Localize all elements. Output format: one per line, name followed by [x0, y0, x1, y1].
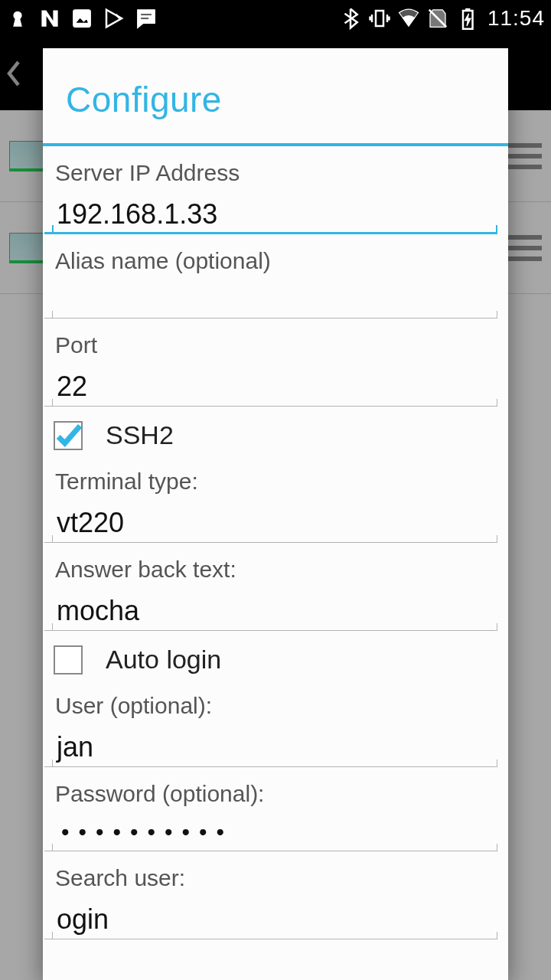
terminal-type-input[interactable]: vt220: [44, 498, 497, 543]
battery-charging-icon: [455, 7, 478, 30]
ssh2-checkbox[interactable]: [54, 421, 83, 450]
svg-rect-7: [466, 9, 470, 11]
alias-label: Alias name (optional): [44, 237, 497, 277]
port-input[interactable]: 22: [44, 361, 497, 407]
user-label: User (optional):: [44, 682, 497, 722]
alias-input[interactable]: [44, 277, 497, 318]
message-icon: [135, 7, 158, 30]
svg-rect-4: [376, 11, 383, 26]
ssh2-row[interactable]: SSH2: [44, 410, 497, 458]
configure-dialog: Configure Server IP Address 192.168.1.33…: [43, 48, 508, 980]
keyhole-icon: [6, 7, 29, 30]
n-icon: [38, 7, 61, 30]
svg-rect-2: [141, 14, 152, 16]
search-user-label: Search user:: [44, 854, 497, 894]
status-right: 11:54: [339, 6, 545, 31]
dialog-body[interactable]: Server IP Address 192.168.1.33 Alias nam…: [43, 146, 508, 980]
auto-login-row[interactable]: Auto login: [44, 634, 497, 682]
svg-rect-1: [73, 10, 91, 28]
port-label: Port: [44, 322, 497, 361]
image-icon: [70, 7, 93, 30]
answer-back-input[interactable]: mocha: [44, 586, 497, 631]
wifi-icon: [397, 7, 420, 30]
status-bar: 11:54: [0, 0, 551, 37]
answer-back-label: Answer back text:: [44, 546, 497, 586]
server-ip-input[interactable]: 192.168.1.33: [44, 189, 497, 234]
server-ip-label: Server IP Address: [44, 149, 497, 189]
ssh2-label: SSH2: [106, 420, 174, 450]
terminal-type-label: Terminal type:: [44, 458, 497, 498]
search-user-input[interactable]: ogin: [44, 894, 497, 939]
status-clock: 11:54: [487, 6, 545, 31]
vibrate-icon: [368, 7, 391, 30]
auto-login-label: Auto login: [106, 645, 221, 675]
password-label: Password (optional):: [44, 770, 497, 810]
bluetooth-icon: [339, 7, 362, 30]
play-store-icon: [103, 7, 126, 30]
user-input[interactable]: jan: [44, 722, 497, 767]
auto-login-checkbox[interactable]: [54, 645, 83, 675]
password-input[interactable]: ••••••••••: [44, 810, 497, 851]
no-sim-icon: [426, 7, 449, 30]
svg-rect-3: [141, 18, 149, 20]
status-left: [6, 7, 158, 30]
dialog-title: Configure: [43, 48, 508, 143]
